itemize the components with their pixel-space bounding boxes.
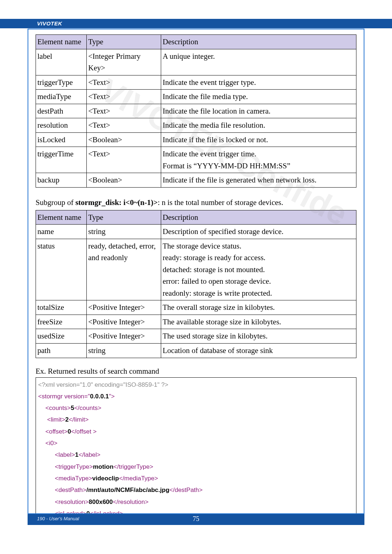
td: isLocked: [36, 132, 87, 147]
xml-tag: <isLocked>: [55, 510, 86, 514]
table-row: destPath<Text>Indicate the file location…: [36, 104, 356, 118]
xml-tag: <mediaType>: [55, 475, 92, 482]
page-root: VIVOTEK Element name Type Description la…: [0, 0, 392, 554]
subgroup-suffix: : n is the total number of storage devic…: [158, 198, 283, 207]
td: Indicate the event trigger time. Format …: [161, 147, 356, 173]
td: ready, detached, error, and readonly: [87, 239, 161, 300]
td: <Positive Integer>: [87, 315, 161, 329]
td: usedSize: [36, 329, 87, 344]
xml-tag: <destPath>: [55, 487, 86, 493]
subgroup-heading: Subgroup of stormgr_disk: i<0~(n-1)>: n …: [36, 197, 356, 209]
td: <Text>: [87, 118, 161, 133]
elements-table-2: Element name Type Description namestring…: [36, 210, 356, 358]
td: freeSize: [36, 315, 87, 329]
th: Description: [161, 210, 356, 225]
td: destPath: [36, 104, 87, 118]
table-row: freeSize<Positive Integer>The available …: [36, 315, 356, 329]
table-row: resolution<Text>Indicate the media file …: [36, 118, 356, 133]
th: Element name: [36, 35, 87, 49]
xml-tag: </destPath>: [170, 487, 203, 493]
td: <Text>: [87, 90, 161, 104]
table-row: triggerTime<Text>Indicate the event trig…: [36, 147, 356, 173]
td: <Text>: [87, 104, 161, 118]
xml-tag: </mediaType>: [119, 475, 158, 482]
xml-text: 1: [75, 451, 78, 458]
table-row: namestringDescription of specified stora…: [36, 225, 356, 239]
example-heading: Ex. Returned results of search command: [36, 367, 356, 376]
table-header-row: Element name Type Description: [36, 210, 356, 225]
table-row: backup<Boolean>Indicate if the file is g…: [36, 173, 356, 188]
xml-text: 2: [65, 416, 69, 423]
td: <Integer Primary Key>: [87, 49, 161, 75]
footer-page-number: 75: [0, 515, 392, 523]
th: Type: [87, 35, 161, 49]
xml-tag: </isLocked>: [90, 510, 123, 514]
td: <Positive Integer>: [87, 300, 161, 315]
xml-tag: <i0>: [45, 440, 57, 447]
xml-tag: <limit>: [47, 416, 65, 423]
td: Indicate the file location in camera.: [161, 104, 356, 118]
td: Indicate if the file is locked or not.: [161, 132, 356, 147]
xml-tag: <resolution>: [55, 498, 89, 505]
xml-pi: <?xml version="1.0" encoding="ISO-8859-1…: [38, 381, 168, 388]
table-row: triggerType<Text>Indicate the event trig…: [36, 75, 356, 90]
xml-tag: ">: [109, 393, 115, 400]
td: <Boolean>: [87, 132, 161, 147]
td: string: [87, 343, 161, 358]
content-frame: Element name Type Description label<Inte…: [28, 29, 364, 514]
xml-tag: </triggerType>: [114, 463, 154, 470]
td: Indicate the event trigger type.: [161, 75, 356, 90]
xml-tag: </limit>: [69, 416, 89, 423]
xml-tag: </offset >: [71, 428, 97, 435]
table-header-row: Element name Type Description: [36, 35, 356, 49]
xml-text: 800x600: [89, 498, 113, 505]
td: The overall storage size in kilobytes.: [161, 300, 356, 315]
td: The used storage size in kilobytes.: [161, 329, 356, 344]
xml-text: 0.0.0.1: [90, 393, 109, 400]
td: triggerType: [36, 75, 87, 90]
xml-tag: <stormgr version=": [38, 393, 90, 400]
table-row: usedSize<Positive Integer>The used stora…: [36, 329, 356, 344]
td: <Positive Integer>: [87, 329, 161, 344]
td: resolution: [36, 118, 87, 133]
th: Description: [161, 35, 356, 49]
xml-tag: <label>: [55, 451, 75, 458]
td: label: [36, 49, 87, 75]
td: <Boolean>: [87, 173, 161, 188]
xml-text: /mnt/auto/NCMF/abc/abc.jpg: [86, 487, 170, 493]
xml-tag: <triggerType>: [55, 463, 93, 470]
xml-text: 5: [71, 405, 74, 411]
td: name: [36, 225, 87, 239]
td: mediaType: [36, 90, 87, 104]
td: Location of database of storage sink: [161, 343, 356, 358]
table-row: isLocked<Boolean>Indicate if the file is…: [36, 132, 356, 147]
xml-tag: </label>: [78, 451, 101, 458]
td: totalSize: [36, 300, 87, 315]
elements-table-1: Element name Type Description label<Inte…: [36, 34, 356, 188]
td: A unique integer.: [161, 49, 356, 75]
table-row: totalSize<Positive Integer>The overall s…: [36, 300, 356, 315]
td: <Text>: [87, 147, 161, 173]
td: The available storage size in kilobytes.: [161, 315, 356, 329]
th: Type: [87, 210, 161, 225]
td: triggerTime: [36, 147, 87, 173]
td: path: [36, 343, 87, 358]
brand-text: VIVOTEK: [0, 19, 392, 26]
td: Indicate the media file resolution.: [161, 118, 356, 133]
table-row: pathstringLocation of database of storag…: [36, 343, 356, 358]
header-bar: VIVOTEK: [0, 19, 392, 28]
th: Element name: [36, 210, 87, 225]
xml-tag: </counts>: [74, 405, 101, 411]
xml-tag: <counts>: [45, 405, 71, 411]
xml-example: <?xml version="1.0" encoding="ISO-8859-1…: [36, 377, 356, 514]
xml-tag: </resolution>: [113, 498, 148, 505]
xml-text: videoclip: [92, 475, 119, 482]
xml-text: 0: [68, 428, 71, 435]
td: status: [36, 239, 87, 300]
table-row: statusready, detached, error, and readon…: [36, 239, 356, 300]
table-row: label<Integer Primary Key>A unique integ…: [36, 49, 356, 75]
td: <Text>: [87, 75, 161, 90]
td: The storage device status. ready: storag…: [161, 239, 356, 300]
td: string: [87, 225, 161, 239]
td: Description of specified storage device.: [161, 225, 356, 239]
